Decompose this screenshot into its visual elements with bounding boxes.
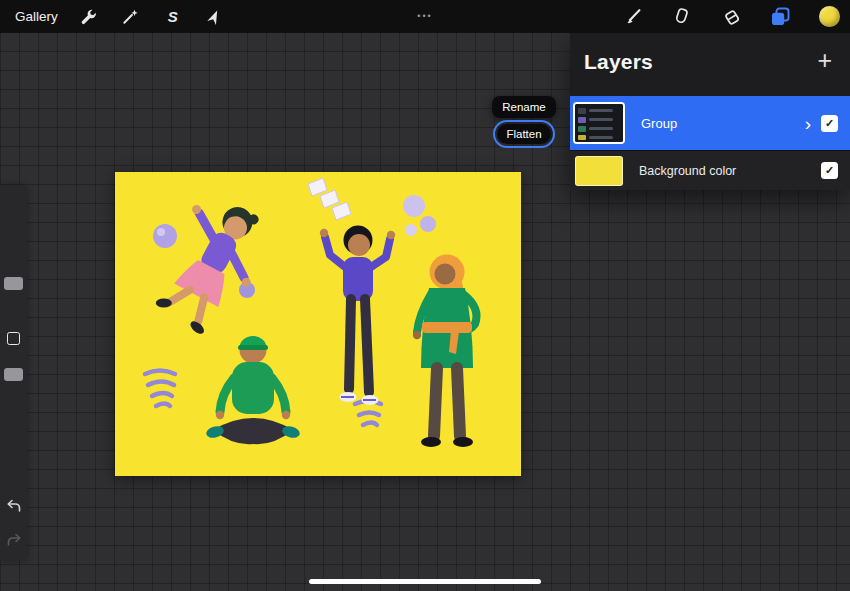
flatten-button[interactable]: Flatten	[497, 124, 550, 144]
layers-panel-header: Layers +	[570, 32, 850, 96]
undo-button[interactable]	[0, 499, 27, 513]
layers-panel-title: Layers	[584, 50, 653, 74]
layer-context-menu: Rename Flatten	[492, 96, 556, 148]
layer-row-group[interactable]: Group › ✓	[570, 96, 850, 150]
color-button[interactable]	[818, 5, 840, 27]
modify-button[interactable]	[7, 332, 20, 345]
character-falling-woman	[141, 187, 280, 345]
artwork-canvas[interactable]	[115, 172, 521, 476]
sidebar-tool-strip	[0, 185, 27, 561]
actions-button[interactable]	[78, 5, 100, 27]
home-indicator[interactable]	[309, 579, 541, 584]
top-toolbar: Gallery S •••	[0, 0, 850, 32]
smudge-button[interactable]	[671, 5, 693, 27]
toolbar-right-group	[622, 5, 850, 27]
layer-label: Background color	[639, 164, 821, 178]
character-standing-woman	[413, 255, 477, 448]
selection-icon: S	[168, 8, 178, 25]
layers-panel: Layers + Group › ✓	[570, 32, 850, 190]
paint-brush-icon	[624, 7, 643, 26]
character-meditating-person	[205, 336, 301, 444]
smudge-icon	[673, 7, 692, 26]
rename-button[interactable]: Rename	[492, 96, 555, 118]
layers-button[interactable]	[769, 5, 791, 27]
spring-squiggle-left	[145, 371, 175, 407]
gallery-button[interactable]: Gallery	[15, 9, 58, 24]
white-zigzag-shapes	[308, 178, 351, 220]
app-screen: Gallery S •••	[0, 0, 850, 591]
wrench-icon	[79, 7, 98, 26]
brush-size-slider[interactable]	[4, 277, 23, 290]
chevron-right-icon[interactable]: ›	[805, 114, 811, 133]
layer-visibility-checkbox[interactable]: ✓	[821, 115, 838, 132]
layer-label: Group	[641, 116, 805, 131]
undo-icon	[6, 499, 22, 513]
magic-wand-icon	[121, 7, 140, 26]
add-layer-button[interactable]: +	[817, 50, 832, 70]
opacity-slider[interactable]	[4, 368, 23, 381]
color-swatch	[819, 6, 840, 27]
flatten-highlight-ring: Flatten	[493, 120, 554, 148]
redo-button[interactable]	[0, 533, 27, 547]
layer-thumbnail-background-color[interactable]	[575, 156, 623, 186]
character-jumping-man	[320, 226, 395, 406]
canvas-options-button[interactable]: •••	[417, 11, 432, 21]
adjustments-button[interactable]	[120, 5, 142, 27]
artwork-illustration	[115, 172, 521, 476]
paint-button[interactable]	[622, 5, 644, 27]
erase-button[interactable]	[720, 5, 742, 27]
selection-button[interactable]: S	[162, 5, 184, 27]
transform-button[interactable]	[204, 5, 226, 27]
layer-row-background-color[interactable]: Background color ✓	[570, 150, 850, 190]
layers-icon	[770, 6, 791, 27]
transform-arrow-icon	[205, 7, 224, 26]
layer-thumbnail-group[interactable]	[573, 102, 625, 144]
group-thumbnail-preview	[575, 104, 623, 142]
layer-visibility-checkbox[interactable]: ✓	[821, 162, 838, 179]
eraser-icon	[722, 7, 741, 26]
toolbar-left-group: Gallery S	[0, 5, 226, 27]
redo-icon	[6, 533, 22, 547]
